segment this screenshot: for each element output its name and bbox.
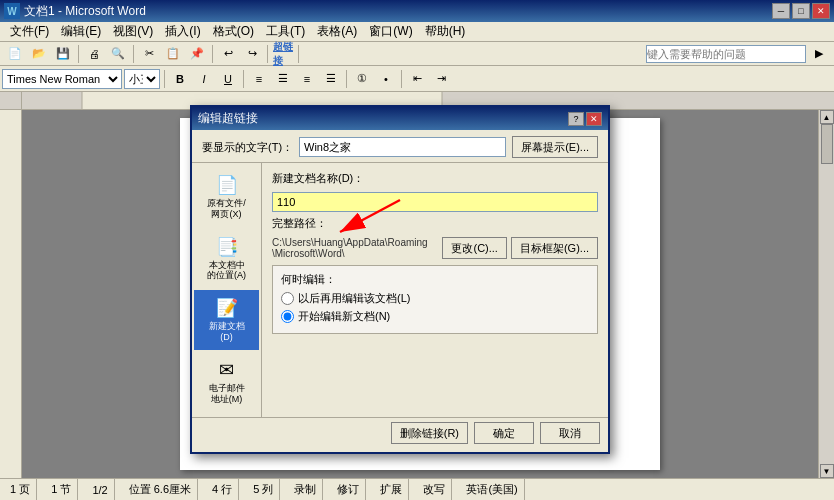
dialog-titlebar: 编辑超链接 ? ✕: [192, 107, 608, 130]
dialog-content: 📄 原有文件/网页(X) 📑 本文档中的位置(A) 📝 新建文档(D) ✉ 电子…: [192, 163, 608, 417]
nav-existing-file[interactable]: 📄 原有文件/网页(X): [194, 167, 259, 227]
display-text-label: 要显示的文字(T)：: [202, 140, 293, 155]
bookmark-button[interactable]: 目标框架(G)...: [511, 237, 598, 259]
nav-new-doc-icon: 📝: [216, 297, 238, 319]
radio-row-1: 以后再用编辑该文档(L): [281, 291, 589, 306]
nav-current-doc-label: 本文档中的位置(A): [207, 260, 246, 282]
dialog-left-nav: 📄 原有文件/网页(X) 📑 本文档中的位置(A) 📝 新建文档(D) ✉ 电子…: [192, 163, 262, 417]
nav-email[interactable]: ✉ 电子邮件地址(M): [194, 352, 259, 412]
new-doc-row: 新建文档名称(D)：: [272, 171, 598, 186]
remove-link-button[interactable]: 删除链接(R): [391, 422, 468, 444]
nav-email-icon: ✉: [219, 359, 234, 381]
nav-new-doc[interactable]: 📝 新建文档(D): [194, 290, 259, 350]
dialog-right-panel: 新建文档名称(D)： 完整路径： C:\Users\Huang\AppData\…: [262, 163, 608, 417]
screentip-button[interactable]: 屏幕提示(E)...: [512, 136, 598, 158]
dialog-close-button[interactable]: ✕: [586, 112, 602, 126]
dialog-titlebar-controls: ? ✕: [568, 112, 602, 126]
new-doc-label: 新建文档名称(D)：: [272, 171, 364, 186]
dialog-help-button[interactable]: ?: [568, 112, 584, 126]
dialog-footer: 删除链接(R) 确定 取消: [192, 417, 608, 452]
radio-edit-new[interactable]: [281, 310, 294, 323]
ok-button[interactable]: 确定: [474, 422, 534, 444]
new-doc-input[interactable]: [272, 192, 598, 212]
radio-row-2: 开始编辑新文档(N): [281, 309, 589, 324]
dialog-overlay: 编辑超链接 ? ✕ 要显示的文字(T)： 屏幕提示(E)... 📄 原有文件/网…: [0, 0, 834, 500]
nav-new-doc-label: 新建文档(D): [209, 321, 245, 343]
edit-hyperlink-dialog: 编辑超链接 ? ✕ 要显示的文字(T)： 屏幕提示(E)... 📄 原有文件/网…: [190, 105, 610, 454]
radio-edit-later-label: 以后再用编辑该文档(L): [298, 291, 410, 306]
nav-existing-file-label: 原有文件/网页(X): [207, 198, 246, 220]
nav-email-label: 电子邮件地址(M): [209, 383, 245, 405]
edit-section: 何时编辑： 以后再用编辑该文档(L) 开始编辑新文档(N): [272, 265, 598, 334]
change-button[interactable]: 更改(C)...: [442, 237, 506, 259]
nav-current-doc-icon: 📑: [216, 236, 238, 258]
nav-current-doc[interactable]: 📑 本文档中的位置(A): [194, 229, 259, 289]
dialog-title: 编辑超链接: [198, 110, 258, 127]
nav-existing-file-icon: 📄: [216, 174, 238, 196]
cancel-button[interactable]: 取消: [540, 422, 600, 444]
radio-edit-new-label: 开始编辑新文档(N): [298, 309, 390, 324]
full-path-value: C:\Users\Huang\AppData\Roaming\Microsoft…: [272, 237, 438, 259]
full-path-row: 完整路径：: [272, 216, 598, 231]
full-path-label: 完整路径：: [272, 216, 342, 231]
display-text-input[interactable]: [299, 137, 506, 157]
radio-edit-later[interactable]: [281, 292, 294, 305]
edit-section-label: 何时编辑：: [281, 272, 589, 287]
